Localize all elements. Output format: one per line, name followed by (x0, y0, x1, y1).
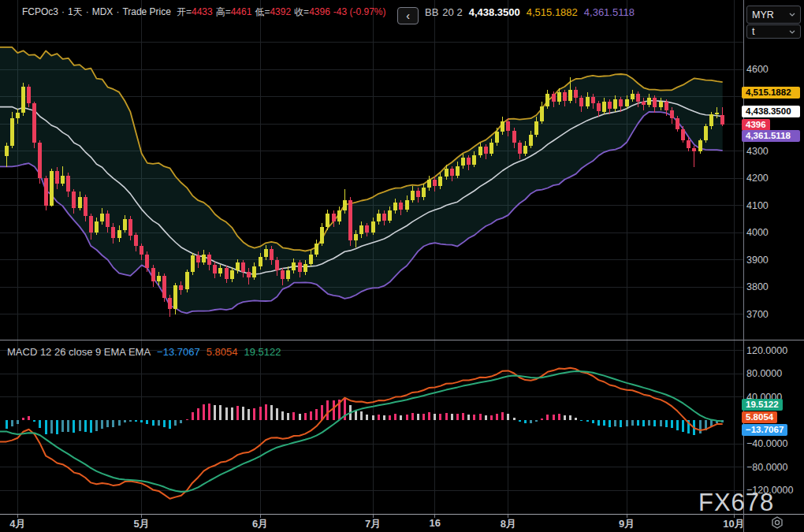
back-button[interactable]: ‹ (397, 7, 419, 24)
chevron-down-icon (789, 13, 795, 17)
time-axis-label: 16 (430, 517, 441, 529)
price-axis-label: 3800 (746, 281, 769, 292)
open-value: 4433 (192, 6, 213, 17)
macd-title[interactable]: MACD 12 26 close 9 EMA EMA (7, 346, 151, 358)
chevron-down-icon (789, 30, 795, 34)
bb-upper-value: 4,515.1882 (527, 6, 578, 18)
exchange: MDX (92, 6, 114, 17)
bb-name[interactable]: BB (425, 6, 438, 18)
macd-signal-value: 19.5122 (244, 346, 281, 358)
time-axis-label: 4月 (9, 517, 25, 531)
bb-legend: BB 20 2 4,438.3500 4,515.1882 4,361.5118 (425, 0, 641, 24)
close-value: 4396 (309, 6, 330, 17)
unit-selector[interactable]: t (746, 24, 801, 39)
low-label: 低= (255, 6, 270, 19)
macd-line-badge: 5.8054 (742, 411, 777, 423)
time-axis-label: 6月 (252, 517, 268, 531)
macd-signal-badge: 19.5122 (742, 399, 783, 411)
price-axis-label: 3900 (746, 255, 769, 266)
chart-app: FCPOc3 · 1天 · MDX · Trade Price 开= 4433 … (0, 0, 804, 532)
bb-params: 20 2 (442, 6, 462, 18)
macd-axis-label: 120.0000 (746, 345, 787, 356)
macd-line-value: 5.8054 (207, 346, 238, 358)
macd-axis-label: −80.0000 (746, 462, 787, 473)
bb-basis-value: 4,438.3500 (469, 6, 520, 18)
bb-upper-badge: 4,515.1882 (742, 87, 800, 99)
time-axis-label: 8月 (501, 517, 516, 531)
macd-axis-label: −40.0000 (746, 438, 787, 449)
macd-axis-label: 80.0000 (746, 368, 782, 379)
close-label: 收= (294, 6, 309, 19)
interval[interactable]: 1天 (68, 6, 83, 19)
price-axis-label: 4100 (746, 200, 769, 211)
low-value: 4392 (270, 6, 291, 17)
macd-hist-badge: −13.7067 (742, 424, 787, 436)
time-axis-label: 9月 (619, 517, 635, 531)
macd-line (0, 368, 723, 499)
high-value: 4461 (231, 6, 252, 17)
price-axis-label: 4300 (746, 146, 769, 157)
bb-lower-badge: 4,361.5118 (742, 130, 800, 142)
price-axis-label: 4200 (746, 173, 769, 184)
symbol-name[interactable]: FCPOc3 (22, 6, 58, 17)
price-axis-label: 4000 (746, 227, 769, 238)
macd-signal-line (0, 371, 723, 492)
chart-canvas (0, 0, 804, 532)
bb-lower-value: 4,361.5118 (584, 6, 635, 18)
macd-histogram (6, 398, 724, 435)
bb-basis-badge: 4,438.3500 (742, 106, 800, 117)
back-icon: ‹ (406, 9, 410, 22)
series-type: Trade Price (122, 6, 171, 17)
macd-legend: MACD 12 26 close 9 EMA EMA −13.7067 5.80… (7, 346, 287, 358)
last-price-badge: 4396 (742, 119, 770, 131)
price-axis-label: 3700 (746, 309, 769, 320)
change-value: -43 (-0.97%) (333, 6, 386, 17)
macd-axis-label: −120.0000 (746, 485, 793, 496)
scale-settings-icon[interactable] (770, 515, 784, 530)
macd-hist-value: −13.7067 (157, 346, 200, 358)
currency-selector[interactable]: MYR (746, 6, 801, 24)
time-axis-label: 5月 (134, 517, 150, 531)
high-label: 高= (216, 6, 231, 19)
symbol-header: FCPOc3 · 1天 · MDX · Trade Price 开= 4433 … (22, 0, 389, 24)
time-axis-label: 10月 (723, 517, 744, 531)
open-label: 开= (177, 6, 192, 19)
time-axis-label: 7月 (365, 517, 381, 531)
price-axis-label: 4600 (746, 64, 769, 75)
